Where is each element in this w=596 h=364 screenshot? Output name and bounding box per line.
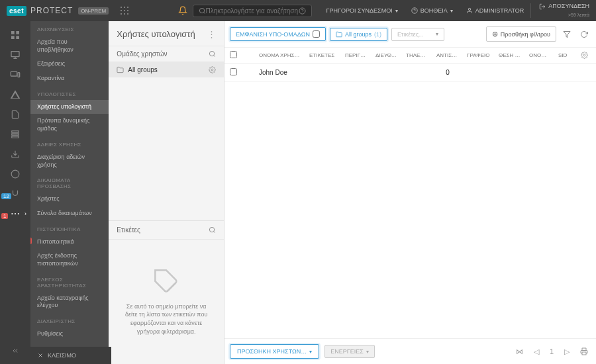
folder-icon bbox=[336, 31, 342, 38]
user-menu[interactable]: ADMINISTRATOR bbox=[460, 7, 531, 14]
apps-grid-icon[interactable] bbox=[121, 7, 128, 15]
sidebar-item[interactable]: Πιστοποιητικά bbox=[30, 235, 109, 250]
rail-warning-icon[interactable] bbox=[0, 85, 30, 105]
col-office[interactable]: ΓΡΑΦΕΙΟ bbox=[464, 51, 493, 60]
svg-marker-31 bbox=[564, 31, 570, 37]
panel-title: Χρήστες υπολογιστή ⋮ bbox=[109, 21, 224, 46]
gear-icon[interactable] bbox=[209, 66, 216, 73]
cell-tags bbox=[307, 71, 340, 74]
print-icon[interactable] bbox=[577, 347, 591, 355]
sidebar-item[interactable]: Εξαιρέσεις bbox=[30, 57, 109, 71]
group-chip[interactable]: All groups (1) bbox=[330, 28, 387, 41]
toolbar: ΕΜΦΑΝΙΣΗ ΥΠΟ-ΟΜΑΔΩΝ All groups (1) Ετικέ… bbox=[224, 21, 596, 48]
sidebar-item[interactable]: Χρήστες υπολογιστή bbox=[30, 100, 109, 114]
cell-sid bbox=[556, 71, 575, 74]
col-assign[interactable]: ΑΝΤΙΣ… bbox=[434, 51, 462, 60]
svg-rect-4 bbox=[124, 10, 125, 11]
svg-rect-6 bbox=[121, 13, 122, 15]
row-checkbox[interactable] bbox=[230, 68, 237, 75]
folder-icon bbox=[117, 66, 124, 73]
col-tags[interactable]: ΕΤΙΚΕΤΕΣ bbox=[307, 51, 340, 60]
svg-point-25 bbox=[209, 51, 214, 56]
col-sid[interactable]: SID bbox=[556, 51, 575, 60]
sidebar-section: ΔΙΚΑΙΩΜΑΤΑ ΠΡΟΣΒΑΣΗΣ bbox=[30, 172, 109, 192]
cell-desc bbox=[342, 71, 370, 74]
rail-collapse-icon[interactable] bbox=[0, 338, 30, 364]
sidebar-item[interactable]: Αρχές έκδοσης πιστοποιητικών bbox=[30, 249, 109, 271]
svg-line-26 bbox=[214, 56, 215, 57]
rail-notifications-icon[interactable]: 12 bbox=[0, 184, 30, 204]
global-search[interactable] bbox=[193, 5, 312, 17]
search-icon[interactable] bbox=[209, 50, 216, 58]
sidebar-close[interactable]: ΚΛΕΙΣΙΜΟ bbox=[30, 347, 109, 364]
logout-link[interactable]: ΑΠΟΣΥΝΔΕΣΗ >59 λεπτά bbox=[530, 3, 596, 18]
rail-policies-icon[interactable] bbox=[0, 164, 30, 184]
sidebar-item[interactable]: Ρυθμίσεις bbox=[30, 327, 109, 341]
sidebar-section: ΕΛΕΓΧΟΣ ΔΡΑΣΤΗΡΙΟΤΗΤΑΣ bbox=[30, 271, 109, 291]
tags-empty-text: Σε αυτό το σημείο μπορείτε να δείτε τη λ… bbox=[122, 302, 211, 336]
gear-icon[interactable] bbox=[578, 50, 591, 60]
svg-rect-17 bbox=[11, 52, 19, 57]
footer-bar: ΠΡΟΣΘΗΚΗ ΧΡΗΣΤΩΝ…▾ ΕΝΕΡΓΕΙΕΣ▾ ⋈ ◁ 1 ▷ bbox=[224, 338, 596, 364]
col-name[interactable]: ΟΝΟΜΑ ΧΡΗΣΤΗ bbox=[256, 51, 304, 60]
cell-name: John Doe bbox=[256, 68, 304, 77]
rail-tasks-icon[interactable] bbox=[0, 124, 30, 144]
filter-icon[interactable] bbox=[560, 28, 573, 41]
col-phone[interactable]: ΤΗΛΕΦ… bbox=[403, 51, 431, 60]
tags-label: Ετικέτες bbox=[117, 226, 140, 234]
refresh-icon[interactable] bbox=[577, 28, 591, 41]
rail-devices-icon[interactable] bbox=[0, 65, 30, 85]
help-icon[interactable] bbox=[299, 7, 306, 15]
sidebar-item[interactable]: Αρχείο καταγραφής ελέγχου bbox=[30, 291, 109, 313]
tag-filter-dropdown[interactable]: Ετικέτες... ▾ bbox=[391, 28, 444, 41]
page-first-icon[interactable]: ⋈ bbox=[513, 347, 526, 356]
svg-rect-20 bbox=[11, 71, 17, 76]
sidebar-item[interactable]: Πρότυπα δυναμικής ομάδας bbox=[30, 114, 109, 136]
tags-empty-icon bbox=[153, 268, 179, 295]
col-desc[interactable]: ΠΕΡΙΓΡ… bbox=[342, 51, 370, 60]
svg-line-29 bbox=[214, 232, 215, 233]
rail-reports-icon[interactable] bbox=[0, 105, 30, 124]
svg-rect-5 bbox=[127, 10, 128, 11]
svg-point-27 bbox=[211, 69, 213, 71]
sidebar-section: ΔΙΑΧΕΙΡΙΣΤΗΣ bbox=[30, 313, 109, 327]
quick-links[interactable]: ΓΡΗΓΟΡΟΙ ΣΥΝΔΕΣΜΟΙ▾ bbox=[320, 7, 405, 14]
rail-installers-icon[interactable] bbox=[0, 144, 30, 164]
rail-more-icon[interactable]: ⋯1› bbox=[0, 204, 30, 224]
add-filter-button[interactable]: ⊕ Προσθήκη φίλτρου bbox=[486, 26, 556, 42]
sidebar-item[interactable]: Σύνολα δικαιωμάτων bbox=[30, 206, 109, 221]
select-all-checkbox[interactable] bbox=[230, 51, 237, 58]
svg-rect-21 bbox=[18, 73, 20, 77]
search-input[interactable] bbox=[206, 7, 299, 15]
table-row[interactable]: John Doe 0 bbox=[224, 64, 596, 82]
svg-rect-2 bbox=[127, 7, 128, 8]
users-table: ΟΝΟΜΑ ΧΡΗΣΤΗ ΕΤΙΚΕΤΕΣ ΠΕΡΙΓΡ… ΔΙΕΥΘΥ… ΤΗ… bbox=[224, 48, 596, 338]
subgroups-checkbox[interactable] bbox=[313, 30, 320, 38]
col-onom[interactable]: ΟΝΟΜ… bbox=[526, 51, 553, 60]
sidebar-item[interactable]: Διαχείριση αδειών χρήσης bbox=[30, 150, 109, 172]
svg-rect-0 bbox=[121, 7, 122, 8]
sidebar-item[interactable]: Αρχεία που υποβλήθηκαν bbox=[30, 35, 109, 57]
page-next-icon[interactable]: ▷ bbox=[562, 347, 572, 356]
tree-root-item[interactable]: All groups bbox=[109, 62, 224, 77]
panel-menu-icon[interactable]: ⋮ bbox=[207, 29, 216, 39]
sidebar-item[interactable]: Χρήστες bbox=[30, 192, 109, 206]
show-subgroups-toggle[interactable]: ΕΜΦΑΝΙΣΗ ΥΠΟ-ΟΜΑΔΩΝ bbox=[230, 27, 326, 41]
svg-point-22 bbox=[11, 170, 19, 178]
add-users-button[interactable]: ΠΡΟΣΘΗΚΗ ΧΡΗΣΤΩΝ…▾ bbox=[230, 344, 319, 359]
search-icon[interactable] bbox=[209, 226, 216, 234]
svg-rect-16 bbox=[16, 36, 19, 39]
col-pos[interactable]: ΘΕΣΗ Ε… bbox=[496, 51, 524, 60]
cell-addr bbox=[373, 71, 401, 74]
sidebar-section: ΑΔΕΙΕΣ ΧΡΗΣΗΣ bbox=[30, 136, 109, 150]
product-suffix: ON-PREM bbox=[78, 7, 109, 15]
actions-button[interactable]: ΕΝΕΡΓΕΙΕΣ▾ bbox=[324, 345, 375, 358]
col-addr[interactable]: ΔΙΕΥΘΥ… bbox=[373, 51, 401, 60]
help-menu[interactable]: ΒΟΗΘΕΙΑ▾ bbox=[405, 7, 460, 14]
rail-dashboard-icon[interactable] bbox=[0, 25, 30, 45]
rail-computers-icon[interactable] bbox=[0, 45, 30, 65]
page-prev-icon[interactable]: ◁ bbox=[531, 347, 542, 356]
sidebar-item[interactable]: Καραντίνα bbox=[30, 71, 109, 86]
notification-bell-icon[interactable] bbox=[178, 6, 187, 15]
groups-panel: Χρήστες υπολογιστή ⋮ Ομάδες χρηστών All … bbox=[109, 21, 224, 364]
